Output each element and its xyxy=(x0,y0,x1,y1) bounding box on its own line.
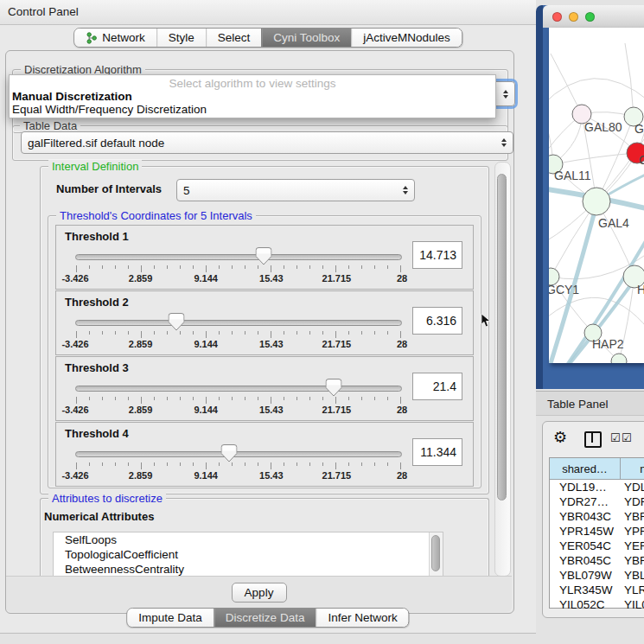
table-cell[interactable]: YBR043C xyxy=(559,510,611,523)
table-cell[interactable]: YLR3 xyxy=(624,583,644,596)
slider-thumb[interactable] xyxy=(169,313,185,331)
table-cell[interactable]: YBR045C xyxy=(559,554,611,567)
number-of-intervals-combobox[interactable]: 5 xyxy=(176,179,415,201)
slider-tick xyxy=(232,462,233,466)
table-cell[interactable]: YDL19… xyxy=(559,481,607,494)
tab-discretize-data[interactable]: Discretize Data xyxy=(214,609,316,627)
checkbox-icon[interactable]: ☑ xyxy=(622,432,632,443)
group-title: Attributes to discretize xyxy=(48,492,166,505)
table-data-combobox[interactable]: galFiltered.sif default node xyxy=(21,131,513,154)
table-cell[interactable]: YPR145W xyxy=(559,525,614,538)
network-edge[interactable] xyxy=(549,79,644,105)
network-edge[interactable] xyxy=(553,153,637,164)
slider-tick xyxy=(284,397,284,400)
slider-tick xyxy=(128,397,129,400)
settings-scrollbar[interactable] xyxy=(494,162,511,577)
network-edge[interactable] xyxy=(551,54,582,114)
dropdown-item-manual-discretization[interactable]: Manual Discretization xyxy=(10,90,495,103)
network-node-label: GAL4 xyxy=(598,216,629,230)
slider-scale-label: 21.715 xyxy=(322,339,352,349)
close-traffic-light-icon[interactable] xyxy=(552,12,562,22)
network-node[interactable] xyxy=(611,354,627,363)
threshold-value-field[interactable]: 14.713 xyxy=(412,241,462,269)
column-header-shared[interactable]: shared… xyxy=(550,458,621,480)
slider-tick xyxy=(361,265,362,269)
attributes-scrollbar[interactable] xyxy=(429,532,443,576)
dropdown-item-equal-width-frequency[interactable]: Equal Width/Frequency Discretization xyxy=(10,103,495,116)
gear-icon[interactable]: ⚙ xyxy=(553,430,567,445)
slider-scale-label: 28 xyxy=(397,339,407,349)
numerical-attributes-list[interactable]: SelfLoopsTopologicalCoefficientBetweenne… xyxy=(53,532,443,577)
slider-tick xyxy=(335,265,336,272)
table-cell[interactable]: YBR0 xyxy=(624,510,644,523)
split-view-icon[interactable] xyxy=(584,431,602,448)
tab-jactivemnodules[interactable]: jActiveMNodules xyxy=(351,29,462,47)
slider-tick xyxy=(128,265,129,269)
slider-scale-label: 28 xyxy=(397,405,407,415)
tab-style[interactable]: Style xyxy=(156,29,206,47)
table-cell[interactable]: YBR0 xyxy=(624,554,644,567)
threshold-slider[interactable]: -3.4262.8599.14415.4321.71528 xyxy=(75,312,402,352)
attribute-item-topologicalcoefficient[interactable]: TopologicalCoefficient xyxy=(54,547,443,562)
table-cell[interactable]: YER054C xyxy=(559,539,611,552)
node-table[interactable]: shared… na YDL19…YDL1YDR27…YDR2YBR043CYB… xyxy=(549,457,644,609)
table-cell[interactable]: YER0 xyxy=(624,539,644,552)
slider-tick xyxy=(245,397,245,400)
attribute-item-betweennesscentrality[interactable]: BetweennessCentrality xyxy=(54,562,443,577)
settings-scrollbar-thumb[interactable] xyxy=(497,174,507,501)
table-cell[interactable]: YIL0 xyxy=(624,598,644,609)
slider-tick xyxy=(154,462,155,466)
slider-tick xyxy=(271,462,271,469)
checkbox-icon[interactable]: ☑ xyxy=(610,432,621,443)
tab-select[interactable]: Select xyxy=(206,29,262,47)
slider-thumb[interactable] xyxy=(256,247,272,265)
slider-track[interactable] xyxy=(75,320,402,326)
threshold-slider[interactable]: -3.4262.8599.14415.4321.71528 xyxy=(75,246,402,286)
apply-button[interactable]: Apply xyxy=(232,583,287,603)
zoom-traffic-light-icon[interactable] xyxy=(585,12,595,22)
tab-label: Cyni Toolbox xyxy=(273,31,340,44)
tab-impute-data[interactable]: Impute Data xyxy=(127,609,214,627)
network-edge[interactable] xyxy=(625,43,634,117)
tab-network[interactable]: Network xyxy=(74,29,156,47)
slider-tick xyxy=(387,331,388,335)
slider-track[interactable] xyxy=(75,386,402,392)
network-canvas[interactable]: GAL80GACGAL11GAL4GCY1HHAP2 xyxy=(549,28,644,363)
table-cell[interactable]: YBL079W xyxy=(559,569,612,582)
network-edge-thick[interactable] xyxy=(549,361,619,363)
threshold-slider[interactable]: -3.4262.8599.14415.4321.71528 xyxy=(75,443,402,483)
threshold-value-field[interactable]: 21.4 xyxy=(412,373,462,400)
attribute-item-selfloops[interactable]: SelfLoops xyxy=(54,532,443,547)
slider-tick xyxy=(115,397,116,400)
table-cell[interactable]: YLR345W xyxy=(559,583,613,596)
threshold-value-field[interactable]: 11.344 xyxy=(412,438,462,466)
table-cell[interactable]: YDR27… xyxy=(559,495,609,508)
slider-track[interactable] xyxy=(75,254,402,260)
thresholds-group: Threshold's Coordinates for 5 Intervals … xyxy=(48,215,481,488)
threshold-panel-1: Threshold 1-3.4262.8599.14415.4321.71528… xyxy=(55,225,474,290)
slider-thumb[interactable] xyxy=(325,379,341,397)
slider-tick xyxy=(322,265,323,269)
slider-scale-label: 21.715 xyxy=(322,470,352,481)
slider-tick xyxy=(193,397,194,400)
tab-cyni-toolbox[interactable]: Cyni Toolbox xyxy=(261,29,351,47)
slider-scale-label: -3.426 xyxy=(61,273,88,284)
threshold-slider[interactable]: -3.4262.8599.14415.4321.71528 xyxy=(75,378,402,418)
attributes-scrollbar-thumb[interactable] xyxy=(431,535,440,571)
slider-tick xyxy=(374,265,375,269)
table-cell[interactable]: YIL052C xyxy=(559,598,605,609)
column-header-name[interactable]: na xyxy=(621,458,644,480)
slider-tick xyxy=(102,462,103,466)
network-node[interactable] xyxy=(583,188,610,215)
table-cell[interactable]: YDL1 xyxy=(624,481,644,494)
slider-track[interactable] xyxy=(75,451,402,457)
minimize-traffic-light-icon[interactable] xyxy=(569,12,578,22)
slider-tick xyxy=(219,397,220,400)
table-cell[interactable]: YDR2 xyxy=(624,495,644,508)
threshold-value-field[interactable]: 6.316 xyxy=(412,307,462,335)
slider-thumb[interactable] xyxy=(220,444,237,462)
tab-infer-network[interactable]: Infer Network xyxy=(316,609,408,627)
threshold-label: Threshold 4 xyxy=(65,427,129,440)
table-cell[interactable]: YPR1 xyxy=(624,525,644,538)
table-cell[interactable]: YBL0 xyxy=(624,569,644,582)
